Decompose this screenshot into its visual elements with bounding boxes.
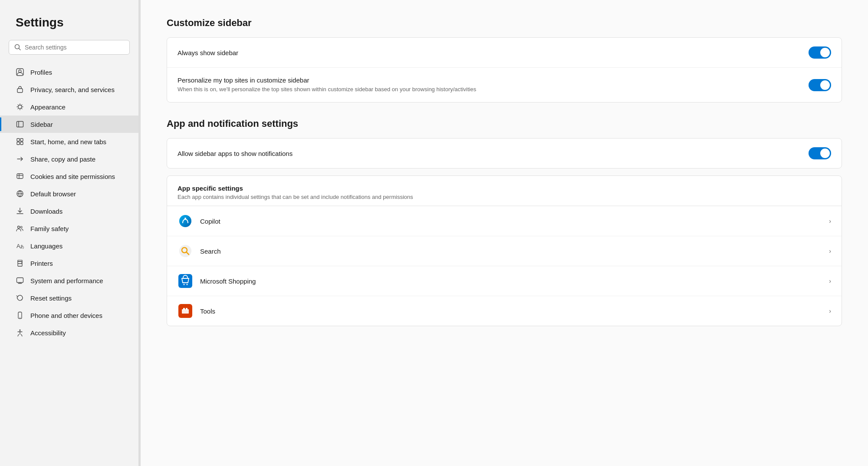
printers-icon (16, 259, 24, 268)
privacy-label: Privacy, search, and services (30, 86, 115, 93)
sidebar-item-default-browser[interactable]: Default browser (0, 185, 138, 202)
always-show-sidebar-row: Always show sidebar (167, 38, 842, 67)
settings-title: Settings (0, 16, 138, 40)
personalize-label: Personalize my top sites in customize si… (178, 76, 800, 84)
search-input[interactable] (25, 44, 124, 51)
customize-sidebar-card: Always show sidebar Personalize my top s… (167, 37, 842, 102)
sidebar-item-appearance[interactable]: Appearance (0, 98, 138, 116)
appearance-icon (16, 102, 24, 111)
personalize-desc: When this is on, we'll personalize the t… (178, 86, 800, 93)
customize-sidebar-title: Customize sidebar (167, 17, 842, 29)
svg-rect-8 (17, 139, 20, 141)
allow-notifications-toggle[interactable] (809, 147, 831, 159)
svg-point-29 (20, 317, 20, 318)
svg-line-1 (19, 49, 21, 50)
svg-rect-42 (186, 308, 187, 310)
svg-rect-10 (17, 142, 20, 145)
sidebar-item-languages[interactable]: A あ Languages (0, 237, 138, 254)
profiles-icon (16, 68, 24, 76)
sidebar-item-system[interactable]: System and performance (0, 272, 138, 289)
svg-point-3 (19, 70, 21, 73)
appearance-label: Appearance (30, 103, 66, 111)
privacy-icon (16, 85, 24, 94)
sidebar-nav-label: Sidebar (30, 121, 53, 128)
search-app-label: Search (200, 248, 829, 255)
svg-rect-4 (17, 89, 23, 93)
copilot-chevron: › (829, 218, 831, 225)
languages-label: Languages (30, 242, 62, 250)
search-icon (14, 44, 21, 51)
sidebar-item-reset[interactable]: Reset settings (0, 289, 138, 307)
default-browser-label: Default browser (30, 190, 76, 198)
svg-point-19 (20, 226, 22, 228)
personalize-row: Personalize my top sites in customize si… (167, 67, 842, 102)
search-app-icon (178, 243, 193, 259)
sidebar-icon (16, 120, 24, 129)
sidebar-item-profiles[interactable]: Profiles (0, 63, 138, 81)
sidebar-item-family-safety[interactable]: Family safety (0, 220, 138, 237)
personalize-toggle[interactable] (809, 79, 831, 91)
svg-rect-22 (18, 264, 22, 266)
phone-icon (16, 311, 24, 320)
svg-point-31 (179, 215, 191, 227)
search-chevron: › (829, 248, 831, 254)
start-home-icon (16, 137, 24, 146)
languages-icon: A あ (16, 241, 24, 250)
start-home-label: Start, home, and new tabs (30, 138, 106, 145)
always-show-sidebar-toggle[interactable] (809, 46, 831, 59)
app-specific-header: App specific settings Each app contains … (167, 176, 842, 206)
svg-rect-11 (20, 142, 23, 145)
svg-point-38 (187, 284, 188, 285)
app-item-copilot[interactable]: Copilot › (167, 206, 842, 236)
app-item-search[interactable]: Search › (167, 236, 842, 266)
allow-notifications-card: Allow sidebar apps to show notifications (167, 138, 842, 169)
svg-rect-25 (17, 278, 23, 283)
sidebar-item-privacy[interactable]: Privacy, search, and services (0, 81, 138, 98)
cookies-label: Cookies and site permissions (30, 173, 115, 180)
app-notification-title: App and notification settings (167, 118, 842, 129)
svg-point-18 (18, 226, 20, 228)
app-specific-card: App specific settings Each app contains … (167, 175, 842, 326)
app-specific-desc: Each app contains individual settings th… (178, 194, 831, 200)
svg-rect-41 (183, 308, 185, 310)
svg-rect-40 (182, 309, 189, 314)
share-copy-icon (16, 155, 24, 163)
tools-chevron: › (829, 307, 831, 314)
sidebar-item-downloads[interactable]: Downloads (0, 202, 138, 220)
sidebar-item-phone[interactable]: Phone and other devices (0, 307, 138, 324)
sidebar-item-accessibility[interactable]: Accessibility (0, 324, 138, 341)
svg-rect-36 (178, 274, 192, 288)
share-copy-label: Share, copy and paste (30, 155, 95, 163)
phone-label: Phone and other devices (30, 312, 102, 319)
search-box[interactable] (9, 40, 130, 55)
svg-rect-9 (20, 139, 23, 141)
shopping-icon (178, 273, 193, 289)
system-label: System and performance (30, 277, 103, 284)
sidebar-item-share-copy[interactable]: Share, copy and paste (0, 150, 138, 168)
tools-icon (178, 303, 193, 319)
default-browser-icon (16, 189, 24, 198)
svg-point-24 (21, 262, 22, 263)
sidebar-item-printers[interactable]: Printers (0, 254, 138, 272)
copilot-icon (178, 213, 193, 229)
reset-label: Reset settings (30, 294, 72, 302)
svg-point-37 (184, 284, 185, 285)
svg-point-30 (20, 330, 21, 331)
sidebar-item-cookies[interactable]: Cookies and site permissions (0, 168, 138, 185)
cookies-icon (16, 172, 24, 181)
sidebar-item-sidebar[interactable]: Sidebar (0, 116, 138, 133)
printers-label: Printers (30, 260, 53, 267)
allow-notifications-row: Allow sidebar apps to show notifications (167, 139, 842, 168)
sidebar-item-start-home[interactable]: Start, home, and new tabs (0, 133, 138, 150)
app-item-shopping[interactable]: Microsoft Shopping › (167, 266, 842, 296)
svg-rect-6 (17, 122, 23, 127)
app-specific-title: App specific settings (178, 185, 831, 192)
svg-rect-12 (17, 174, 23, 178)
shopping-label: Microsoft Shopping (200, 278, 829, 285)
shopping-chevron: › (829, 278, 831, 284)
system-icon (16, 276, 24, 285)
svg-point-32 (184, 218, 186, 219)
accessibility-label: Accessibility (30, 329, 66, 337)
app-item-tools[interactable]: Tools › (167, 296, 842, 326)
tools-label: Tools (200, 307, 829, 315)
